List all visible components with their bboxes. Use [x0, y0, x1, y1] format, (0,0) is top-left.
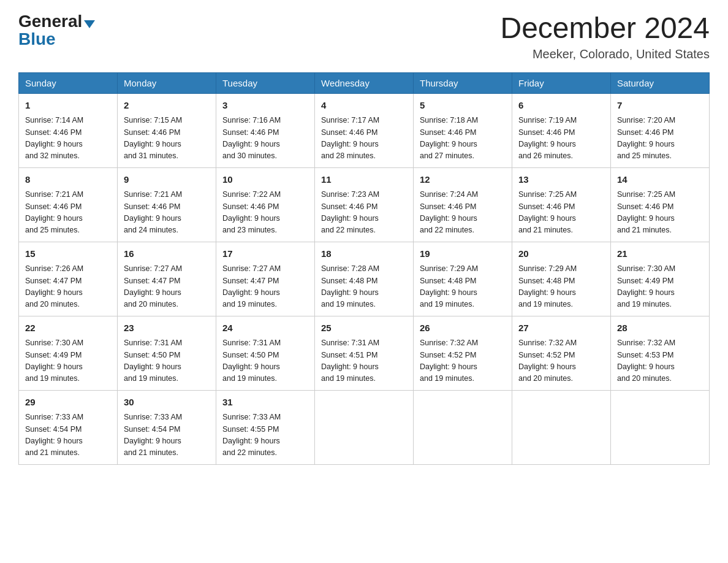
day-number: 1	[25, 99, 111, 113]
calendar-week-row: 15 Sunrise: 7:26 AM Sunset: 4:47 PM Dayl…	[19, 242, 710, 316]
day-number: 25	[321, 321, 407, 335]
day-info: Sunrise: 7:14 AM Sunset: 4:46 PM Dayligh…	[25, 115, 111, 163]
table-row: 23 Sunrise: 7:31 AM Sunset: 4:50 PM Dayl…	[118, 316, 216, 390]
day-number: 24	[222, 321, 308, 335]
day-info: Sunrise: 7:32 AM Sunset: 4:52 PM Dayligh…	[518, 337, 604, 385]
header-thursday: Thursday	[414, 72, 512, 93]
calendar-table: Sunday Monday Tuesday Wednesday Thursday…	[18, 72, 710, 465]
table-row: 2 Sunrise: 7:15 AM Sunset: 4:46 PM Dayli…	[118, 93, 216, 167]
day-number: 19	[420, 247, 506, 261]
day-number: 31	[222, 396, 308, 410]
month-title: December 2024	[500, 12, 710, 45]
header-wednesday: Wednesday	[315, 72, 414, 93]
day-number: 18	[321, 247, 407, 261]
day-info: Sunrise: 7:33 AM Sunset: 4:54 PM Dayligh…	[124, 412, 210, 459]
table-row: 8 Sunrise: 7:21 AM Sunset: 4:46 PM Dayli…	[19, 167, 118, 242]
table-row: 6 Sunrise: 7:19 AM Sunset: 4:46 PM Dayli…	[512, 93, 611, 167]
table-row	[315, 390, 414, 464]
day-info: Sunrise: 7:25 AM Sunset: 4:46 PM Dayligh…	[617, 189, 703, 237]
day-number: 30	[124, 396, 210, 410]
table-row: 1 Sunrise: 7:14 AM Sunset: 4:46 PM Dayli…	[19, 93, 118, 167]
table-row: 30 Sunrise: 7:33 AM Sunset: 4:54 PM Dayl…	[118, 390, 216, 464]
day-number: 5	[420, 99, 506, 113]
table-row: 13 Sunrise: 7:25 AM Sunset: 4:46 PM Dayl…	[512, 167, 611, 242]
day-info: Sunrise: 7:30 AM Sunset: 4:49 PM Dayligh…	[25, 337, 111, 385]
weekday-header-row: Sunday Monday Tuesday Wednesday Thursday…	[19, 72, 710, 93]
day-info: Sunrise: 7:29 AM Sunset: 4:48 PM Dayligh…	[420, 263, 506, 311]
location-title: Meeker, Colorado, United States	[500, 47, 710, 61]
day-info: Sunrise: 7:23 AM Sunset: 4:46 PM Dayligh…	[321, 189, 407, 237]
table-row: 18 Sunrise: 7:28 AM Sunset: 4:48 PM Dayl…	[315, 242, 414, 316]
calendar-week-row: 22 Sunrise: 7:30 AM Sunset: 4:49 PM Dayl…	[19, 316, 710, 390]
table-row: 5 Sunrise: 7:18 AM Sunset: 4:46 PM Dayli…	[414, 93, 512, 167]
header-monday: Monday	[118, 72, 216, 93]
table-row: 29 Sunrise: 7:33 AM Sunset: 4:54 PM Dayl…	[19, 390, 118, 464]
table-row: 3 Sunrise: 7:16 AM Sunset: 4:46 PM Dayli…	[216, 93, 315, 167]
day-info: Sunrise: 7:28 AM Sunset: 4:48 PM Dayligh…	[321, 263, 407, 311]
day-info: Sunrise: 7:32 AM Sunset: 4:52 PM Dayligh…	[420, 337, 506, 385]
day-number: 26	[420, 321, 506, 335]
day-number: 29	[25, 396, 111, 410]
calendar-week-row: 29 Sunrise: 7:33 AM Sunset: 4:54 PM Dayl…	[19, 390, 710, 464]
day-info: Sunrise: 7:32 AM Sunset: 4:53 PM Dayligh…	[617, 337, 703, 385]
day-info: Sunrise: 7:16 AM Sunset: 4:46 PM Dayligh…	[222, 115, 308, 163]
header-saturday: Saturday	[611, 72, 710, 93]
day-number: 15	[25, 247, 111, 261]
table-row: 25 Sunrise: 7:31 AM Sunset: 4:51 PM Dayl…	[315, 316, 414, 390]
table-row: 19 Sunrise: 7:29 AM Sunset: 4:48 PM Dayl…	[414, 242, 512, 316]
day-info: Sunrise: 7:31 AM Sunset: 4:50 PM Dayligh…	[124, 337, 210, 385]
day-number: 20	[518, 247, 604, 261]
day-info: Sunrise: 7:22 AM Sunset: 4:46 PM Dayligh…	[222, 189, 308, 237]
table-row: 9 Sunrise: 7:21 AM Sunset: 4:46 PM Dayli…	[118, 167, 216, 242]
day-number: 3	[222, 99, 308, 113]
logo: General Blue	[18, 12, 95, 49]
day-number: 12	[420, 173, 506, 187]
title-area: December 2024 Meeker, Colorado, United S…	[500, 12, 710, 61]
day-info: Sunrise: 7:15 AM Sunset: 4:46 PM Dayligh…	[124, 115, 210, 163]
table-row: 26 Sunrise: 7:32 AM Sunset: 4:52 PM Dayl…	[414, 316, 512, 390]
table-row: 27 Sunrise: 7:32 AM Sunset: 4:52 PM Dayl…	[512, 316, 611, 390]
day-info: Sunrise: 7:27 AM Sunset: 4:47 PM Dayligh…	[124, 263, 210, 311]
table-row: 17 Sunrise: 7:27 AM Sunset: 4:47 PM Dayl…	[216, 242, 315, 316]
table-row: 7 Sunrise: 7:20 AM Sunset: 4:46 PM Dayli…	[611, 93, 710, 167]
day-info: Sunrise: 7:26 AM Sunset: 4:47 PM Dayligh…	[25, 263, 111, 311]
logo-blue: Blue	[18, 29, 56, 48]
calendar-week-row: 1 Sunrise: 7:14 AM Sunset: 4:46 PM Dayli…	[19, 93, 710, 167]
day-info: Sunrise: 7:31 AM Sunset: 4:51 PM Dayligh…	[321, 337, 407, 385]
calendar-week-row: 8 Sunrise: 7:21 AM Sunset: 4:46 PM Dayli…	[19, 167, 710, 242]
day-number: 6	[518, 99, 604, 113]
logo-triangle-icon	[84, 20, 95, 28]
table-row	[512, 390, 611, 464]
header-sunday: Sunday	[19, 72, 118, 93]
day-number: 17	[222, 247, 308, 261]
day-number: 10	[222, 173, 308, 187]
day-info: Sunrise: 7:24 AM Sunset: 4:46 PM Dayligh…	[420, 189, 506, 237]
table-row: 22 Sunrise: 7:30 AM Sunset: 4:49 PM Dayl…	[19, 316, 118, 390]
day-info: Sunrise: 7:29 AM Sunset: 4:48 PM Dayligh…	[518, 263, 604, 311]
table-row: 12 Sunrise: 7:24 AM Sunset: 4:46 PM Dayl…	[414, 167, 512, 242]
day-info: Sunrise: 7:25 AM Sunset: 4:46 PM Dayligh…	[518, 189, 604, 237]
header-tuesday: Tuesday	[216, 72, 315, 93]
table-row: 14 Sunrise: 7:25 AM Sunset: 4:46 PM Dayl…	[611, 167, 710, 242]
table-row: 21 Sunrise: 7:30 AM Sunset: 4:49 PM Dayl…	[611, 242, 710, 316]
day-number: 11	[321, 173, 407, 187]
table-row: 31 Sunrise: 7:33 AM Sunset: 4:55 PM Dayl…	[216, 390, 315, 464]
table-row	[611, 390, 710, 464]
day-number: 13	[518, 173, 604, 187]
day-number: 4	[321, 99, 407, 113]
day-info: Sunrise: 7:31 AM Sunset: 4:50 PM Dayligh…	[222, 337, 308, 385]
day-info: Sunrise: 7:30 AM Sunset: 4:49 PM Dayligh…	[617, 263, 703, 311]
table-row: 10 Sunrise: 7:22 AM Sunset: 4:46 PM Dayl…	[216, 167, 315, 242]
day-info: Sunrise: 7:20 AM Sunset: 4:46 PM Dayligh…	[617, 115, 703, 163]
day-number: 23	[124, 321, 210, 335]
day-info: Sunrise: 7:27 AM Sunset: 4:47 PM Dayligh…	[222, 263, 308, 311]
day-number: 9	[124, 173, 210, 187]
table-row: 20 Sunrise: 7:29 AM Sunset: 4:48 PM Dayl…	[512, 242, 611, 316]
day-number: 21	[617, 247, 703, 261]
day-number: 27	[518, 321, 604, 335]
day-info: Sunrise: 7:33 AM Sunset: 4:54 PM Dayligh…	[25, 412, 111, 459]
day-info: Sunrise: 7:21 AM Sunset: 4:46 PM Dayligh…	[25, 189, 111, 237]
day-info: Sunrise: 7:17 AM Sunset: 4:46 PM Dayligh…	[321, 115, 407, 163]
logo-general: General	[18, 12, 82, 31]
header-friday: Friday	[512, 72, 611, 93]
